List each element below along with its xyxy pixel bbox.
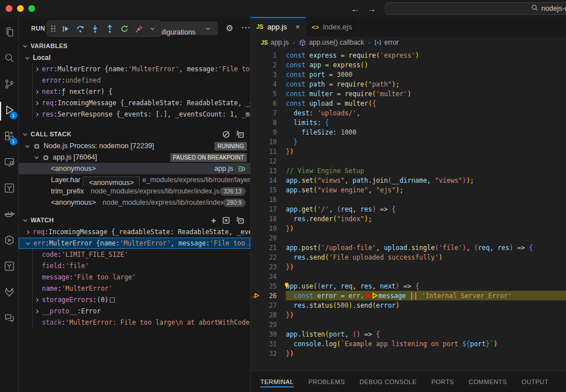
- nav-forward-button[interactable]: →: [367, 4, 376, 14]
- activity-item-extension-a[interactable]: [0, 180, 19, 199]
- continue-button[interactable]: [61, 24, 70, 33]
- line-number[interactable]: 18: [261, 215, 277, 223]
- inline-breakpoint-icon[interactable]: [366, 294, 370, 298]
- collapse-all-button[interactable]: [236, 216, 245, 225]
- call-stack-frame[interactable]: Node.js Process: nodemon [72239]RUNNING: [19, 140, 250, 152]
- breadcrumb-item[interactable]: app.js: [271, 38, 289, 46]
- line-number[interactable]: 19: [261, 225, 277, 232]
- watch-row[interactable]: storageErrors: (0): [19, 294, 250, 305]
- step-over-button[interactable]: [76, 24, 85, 33]
- zoom-window-button[interactable]: [28, 5, 35, 12]
- line-number[interactable]: 17: [261, 205, 277, 213]
- activity-item-search[interactable]: [0, 50, 19, 68]
- code-line-14[interactable]: 14app.set("views", path.join(__dirname, …: [251, 175, 566, 185]
- more-actions-icon[interactable]: ⋯: [241, 22, 251, 33]
- circle-slash-button[interactable]: [222, 130, 230, 139]
- line-number[interactable]: 30: [261, 330, 277, 338]
- line-number[interactable]: 13: [261, 167, 277, 175]
- code-line-7[interactable]: 7 dest: 'uploads/',: [251, 108, 566, 118]
- line-number[interactable]: 23: [261, 263, 277, 271]
- code-line-21[interactable]: 21app.post('/upload-file', upload.single…: [251, 243, 566, 252]
- line-number[interactable]: 22: [261, 253, 277, 261]
- panel-tab-ports[interactable]: PORTS: [431, 375, 454, 389]
- paused-breakpoint-icon[interactable]: [251, 292, 261, 299]
- line-number[interactable]: 3: [261, 71, 277, 79]
- code-line-1[interactable]: 1const express = require('express'): [251, 50, 566, 60]
- code-line-28[interactable]: 28}): [251, 310, 566, 320]
- activity-item-gitlab-workflow[interactable]: [0, 284, 19, 303]
- code-line-19[interactable]: 19}): [251, 223, 566, 233]
- variable-row[interactable]: Local: [19, 52, 250, 63]
- code-line-26[interactable]: 26 const error = err.message || 'Interna…: [251, 291, 566, 300]
- breadcrumb-item[interactable]: error: [384, 38, 398, 46]
- code-line-20[interactable]: 20: [251, 233, 566, 243]
- code-editor[interactable]: 1const express = require('express')2cons…: [251, 48, 566, 371]
- watch-row[interactable]: stack: 'MulterError: File too large\n at…: [19, 317, 250, 328]
- line-number[interactable]: 20: [261, 234, 277, 242]
- more-chevron-button[interactable]: [151, 26, 155, 30]
- call-stack-frame[interactable]: Layer.har<anonymous>e_modules/express/li…: [19, 174, 250, 186]
- watch-row[interactable]: __proto__: Error: [19, 305, 250, 317]
- line-number[interactable]: 5: [261, 90, 277, 98]
- panel-tab-comments[interactable]: COMMENTS: [469, 375, 507, 389]
- activity-item-docker[interactable]: [0, 206, 19, 225]
- disconnect-button[interactable]: [135, 24, 144, 33]
- restart-button[interactable]: [120, 24, 129, 33]
- variables-section-header[interactable]: VARIABLES: [19, 40, 250, 52]
- line-number[interactable]: 2: [261, 61, 277, 69]
- code-line-30[interactable]: 30app.listen(port, () => {: [251, 329, 566, 339]
- line-number[interactable]: 12: [261, 157, 277, 165]
- activity-item-extensions[interactable]: 1: [0, 128, 19, 147]
- activity-item-source-control[interactable]: [0, 76, 19, 94]
- close-tab-icon[interactable]: ×: [295, 23, 300, 31]
- line-number[interactable]: 9: [261, 128, 277, 136]
- line-number[interactable]: 16: [261, 196, 277, 204]
- code-line-8[interactable]: 8 limits: {: [251, 118, 566, 127]
- variable-row[interactable]: error: undefined: [19, 75, 250, 86]
- panel-tab-terminal[interactable]: TERMINAL: [260, 375, 294, 389]
- code-line-13[interactable]: 13// View Engine Setup: [251, 166, 566, 175]
- line-number[interactable]: 31: [261, 340, 277, 348]
- activity-item-comments[interactable]: [0, 310, 19, 329]
- gear-icon[interactable]: ⚙: [226, 23, 233, 33]
- add-expression-button[interactable]: +: [211, 216, 216, 225]
- line-number[interactable]: 6: [261, 100, 277, 107]
- remove-all-button[interactable]: [222, 216, 230, 225]
- line-number[interactable]: 8: [261, 119, 277, 127]
- line-number[interactable]: 7: [261, 109, 277, 117]
- quick-fix-lightbulb-icon[interactable]: [283, 282, 290, 289]
- close-window-button[interactable]: [6, 5, 12, 12]
- collapse-all-button[interactable]: [236, 130, 245, 139]
- line-number[interactable]: 10: [261, 138, 277, 146]
- code-line-23[interactable]: 23}): [251, 262, 566, 272]
- code-line-3[interactable]: 3const port = 3000: [251, 70, 566, 79]
- variable-row[interactable]: res: ServerResponse {_events: [.], _even…: [19, 109, 250, 120]
- editor-tab-index-ejs[interactable]: <>index.ejs: [306, 17, 358, 37]
- variable-row[interactable]: req: IncomingMessage {_readableState: Re…: [19, 97, 250, 109]
- line-number[interactable]: 21: [261, 244, 277, 252]
- watch-row[interactable]: field: 'file': [19, 260, 250, 272]
- watch-row[interactable]: code: 'LIMIT_FILE_SIZE': [19, 249, 250, 260]
- line-number[interactable]: 11: [261, 148, 277, 156]
- nav-back-button[interactable]: ←: [351, 4, 359, 14]
- line-number[interactable]: 15: [261, 186, 277, 194]
- activity-item-extension-b[interactable]: [0, 258, 19, 277]
- code-line-9[interactable]: 9 fileSize: 1000: [251, 127, 566, 137]
- watch-section-header[interactable]: WATCH +: [19, 214, 250, 226]
- panel-tab-output[interactable]: OUTPUT: [521, 375, 548, 389]
- line-number[interactable]: 27: [261, 301, 277, 309]
- code-line-5[interactable]: 5const multer = require('multer'): [251, 89, 566, 98]
- panel-tab-problems[interactable]: PROBLEMS: [308, 375, 345, 389]
- code-line-11[interactable]: 11}): [251, 147, 566, 156]
- command-center-search[interactable]: nodejs-upload: [385, 2, 566, 15]
- code-line-22[interactable]: 22 res.send('File uploaded successfully'…: [251, 252, 566, 262]
- watch-row[interactable]: err: MulterError {name: 'MulterError', m…: [19, 238, 250, 249]
- line-number[interactable]: 29: [261, 321, 277, 329]
- activity-item-run-and-debug[interactable]: 1: [0, 102, 19, 120]
- call-stack-frame[interactable]: <anonymous>node_modules/express/lib/rout…: [19, 197, 250, 208]
- code-line-12[interactable]: 12: [251, 156, 566, 166]
- code-line-4[interactable]: 4const path = require("path");: [251, 79, 566, 89]
- panel-tab-debug-console[interactable]: DEBUG CONSOLE: [359, 375, 417, 389]
- call-stack-frame[interactable]: <anonymous>app.js: [19, 163, 250, 174]
- line-number[interactable]: 28: [261, 311, 277, 319]
